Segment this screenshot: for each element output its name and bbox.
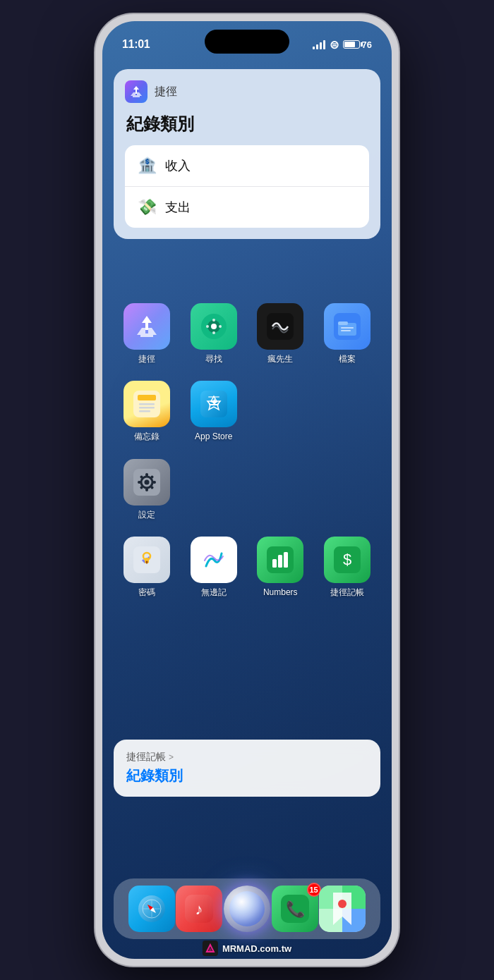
phone-frame: 11:01 ⊜ 76: [95, 14, 399, 966]
battery-percent: 76: [362, 39, 372, 50]
app-numbers[interactable]: Numbers: [252, 537, 308, 597]
battery-bar: [343, 40, 360, 49]
numbers-label: Numbers: [263, 587, 298, 597]
widget-chevron: >: [169, 752, 174, 762]
svg-text:✦: ✦: [209, 396, 218, 408]
music-dock-icon: ♪: [176, 886, 222, 932]
dock-maps[interactable]: [319, 886, 366, 932]
svg-rect-25: [138, 481, 141, 484]
svg-point-4: [212, 331, 215, 334]
siri-inner: [229, 891, 265, 926]
app-crazy[interactable]: 瘋先生: [252, 303, 308, 364]
find-icon: [191, 303, 237, 350]
wifi-icon: ⊜: [330, 38, 339, 51]
home-grid: 捷徑 尋找: [114, 303, 380, 615]
maps-dock-icon: [319, 886, 366, 932]
widget-header: 捷徑記帳 >: [126, 751, 368, 764]
svg-rect-14: [138, 395, 156, 400]
overlay-header: 捷徑: [125, 80, 369, 103]
overlay-app-name: 捷徑: [155, 85, 177, 99]
shortcuts-acc-label: 捷徑記帳: [330, 587, 364, 597]
app-empty-1: [252, 381, 308, 441]
overlay-card: 捷徑 紀錄類別 🏦 收入 💸 支出: [114, 69, 380, 239]
watermark-logo: [203, 941, 218, 956]
status-time: 11:01: [122, 38, 150, 51]
dock-phone[interactable]: 📞 15: [272, 886, 318, 932]
shortcuts-icon: [124, 303, 170, 350]
battery-fill: [344, 42, 355, 47]
app-shortcuts-acc[interactable]: $ 捷徑記帳: [319, 537, 375, 597]
app-row-4: 密碼 無邊記: [114, 537, 380, 597]
app-empty-4: [252, 459, 308, 520]
app-shortcuts[interactable]: 捷徑: [119, 303, 175, 364]
expense-emoji: 💸: [138, 198, 157, 216]
app-passwords[interactable]: 密碼: [119, 537, 175, 597]
svg-rect-23: [145, 473, 148, 477]
svg-point-6: [219, 325, 222, 328]
overlay-options: 🏦 收入 💸 支出: [125, 145, 369, 228]
app-row-2: 備忘錄: [114, 381, 380, 441]
freeform-icon: [191, 537, 237, 583]
option-expense[interactable]: 💸 支出: [125, 186, 369, 228]
empty-icon-4: [257, 459, 303, 506]
app-settings[interactable]: 設定: [119, 459, 175, 520]
widget-app-name: 捷徑記帳: [126, 751, 166, 764]
app-notes[interactable]: 備忘錄: [119, 381, 175, 441]
overlay-title: 紀錄類別: [125, 113, 369, 135]
empty-icon-2: [324, 381, 370, 427]
dynamic-island: [205, 30, 289, 54]
svg-rect-38: [272, 559, 277, 568]
svg-rect-12: [341, 330, 351, 331]
income-emoji: 🏦: [138, 157, 157, 175]
widget-title: 紀錄類別: [126, 766, 368, 785]
settings-label: 設定: [138, 510, 155, 520]
dock: ♪ 📞 15: [114, 878, 380, 939]
passwords-label: 密碼: [138, 587, 155, 597]
settings-icon: [124, 459, 170, 506]
empty-icon-5: [324, 459, 370, 506]
find-label: 尋找: [205, 354, 222, 364]
siri-orb: [224, 886, 270, 932]
app-files[interactable]: 檔案: [319, 303, 375, 364]
svg-point-3: [212, 319, 215, 321]
numbers-icon: [257, 537, 303, 583]
svg-rect-40: [284, 552, 288, 568]
app-row-3: 設定: [114, 459, 380, 520]
svg-point-58: [338, 900, 347, 908]
dock-music[interactable]: ♪: [176, 886, 222, 932]
svg-text:📞: 📞: [285, 900, 305, 919]
app-empty-3: [186, 459, 242, 520]
safari-dock-icon: [128, 886, 175, 932]
svg-rect-16: [139, 407, 155, 409]
passwords-icon: [124, 537, 170, 583]
empty-icon-3: [191, 459, 237, 506]
widget[interactable]: 捷徑記帳 > 紀錄類別: [114, 740, 380, 797]
app-freeform[interactable]: 無邊記: [186, 537, 242, 597]
svg-rect-39: [278, 555, 282, 568]
svg-rect-11: [341, 327, 354, 329]
dock-siri[interactable]: [224, 886, 270, 932]
app-appstore[interactable]: ✦ App Store: [186, 381, 242, 441]
income-label: 收入: [165, 157, 191, 174]
option-income[interactable]: 🏦 收入: [125, 145, 369, 186]
shortcuts-app-icon: [125, 80, 147, 103]
app-empty-5: [319, 459, 375, 520]
files-label: 檔案: [339, 354, 356, 364]
crazy-icon: [257, 303, 303, 350]
empty-icon-1: [257, 381, 303, 427]
svg-point-22: [145, 479, 150, 484]
notes-icon: [124, 381, 170, 427]
svg-rect-24: [145, 488, 148, 491]
svg-rect-17: [139, 410, 150, 412]
svg-text:♪: ♪: [195, 900, 203, 918]
dock-safari[interactable]: [128, 886, 175, 932]
svg-point-2: [211, 324, 217, 329]
shortcuts-acc-icon: $: [324, 537, 370, 583]
svg-rect-15: [139, 403, 155, 405]
app-empty-2: [319, 381, 375, 441]
freeform-label: 無邊記: [201, 587, 227, 597]
svg-point-5: [206, 325, 209, 328]
shortcuts-label: 捷徑: [138, 354, 155, 364]
app-find[interactable]: 尋找: [186, 303, 242, 364]
signal-icon: [313, 39, 325, 49]
